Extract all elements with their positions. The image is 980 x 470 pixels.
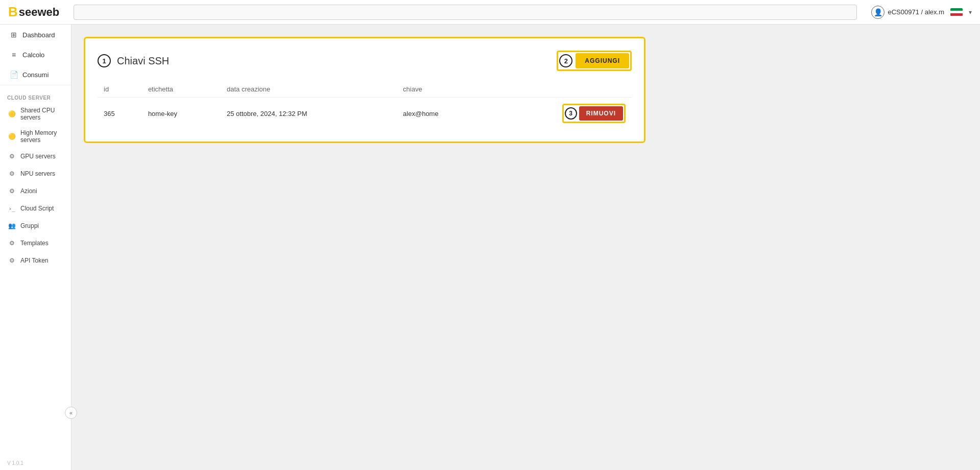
sidebar-item-templates[interactable]: ⚙ Templates bbox=[0, 235, 71, 251]
shared-cpu-icon: 🟡 bbox=[7, 109, 16, 119]
col-etichetta: etichetta bbox=[142, 81, 221, 98]
high-memory-icon: 🟡 bbox=[7, 132, 16, 141]
table-row: 365 home-key 25 ottobre, 2024, 12:32 PM … bbox=[98, 98, 632, 130]
ssh-panel: 1 Chiavi SSH 2 AGGIUNGI id etichetta dat… bbox=[84, 37, 646, 143]
sidebar-item-label: Gruppi bbox=[20, 222, 39, 229]
remove-key-button-wrapper: 3 RIMUOVI bbox=[562, 104, 626, 123]
language-flag[interactable] bbox=[950, 8, 963, 16]
sidebar-version: V 1.0.1 bbox=[7, 460, 23, 466]
add-key-button[interactable]: AGGIUNGI bbox=[576, 53, 629, 68]
main-layout: CLOUD SERVER 🟡 Shared CPU servers 🟡 High… bbox=[0, 25, 980, 470]
sidebar-item-label: High Memory servers bbox=[20, 129, 64, 144]
cell-id: 365 bbox=[98, 98, 142, 130]
col-chiave: chiave bbox=[397, 81, 488, 98]
ssh-title-row: 1 Chiavi SSH bbox=[98, 54, 169, 67]
ssh-panel-header: 1 Chiavi SSH 2 AGGIUNGI bbox=[98, 51, 632, 71]
dashboard-icon: ⊞ bbox=[9, 30, 18, 39]
sidebar-item-label: Shared CPU servers bbox=[20, 107, 64, 121]
content-area: 1 Chiavi SSH 2 AGGIUNGI id etichetta dat… bbox=[71, 25, 980, 470]
sidebar-item-label: API Token bbox=[20, 257, 48, 264]
sidebar-nav-label: Calcolo bbox=[22, 51, 44, 59]
ssh-panel-title: Chiavi SSH bbox=[117, 55, 169, 67]
sidebar-collapse-button[interactable]: « bbox=[65, 407, 77, 419]
annotation-badge-1: 1 bbox=[98, 54, 111, 67]
sidebar-item-dashboard[interactable]: ⊞ Dashboard bbox=[2, 25, 69, 44]
sidebar: CLOUD SERVER 🟡 Shared CPU servers 🟡 High… bbox=[0, 25, 71, 470]
topbar-right: 👤 eCS00971 / alex.m ▾ bbox=[871, 6, 972, 19]
sidebar-nav-label: Consumi bbox=[22, 71, 49, 79]
flag-dropdown-icon[interactable]: ▾ bbox=[969, 9, 972, 16]
ssh-keys-table: id etichetta data creazione chiave 365 h… bbox=[98, 81, 632, 129]
sidebar-item-shared-cpu[interactable]: 🟡 Shared CPU servers bbox=[0, 103, 71, 125]
collapse-icon: « bbox=[69, 410, 73, 416]
sidebar-item-azioni[interactable]: ⚙ Azioni bbox=[0, 183, 71, 199]
consumi-icon: 📄 bbox=[9, 70, 18, 79]
sidebar-section-label: CLOUD SERVER bbox=[0, 91, 71, 103]
gpu-icon: ⚙ bbox=[7, 152, 16, 161]
npu-icon: ⚙ bbox=[7, 169, 16, 178]
search-input[interactable] bbox=[74, 5, 857, 20]
gruppi-icon: 👥 bbox=[7, 221, 16, 230]
cell-etichetta: home-key bbox=[142, 98, 221, 130]
sidebar-nav-label: Dashboard bbox=[22, 31, 55, 39]
sidebar-item-api-token[interactable]: ⚙ API Token bbox=[0, 252, 71, 269]
sidebar-item-label: Cloud Script bbox=[20, 205, 54, 212]
sidebar-item-label: Templates bbox=[20, 240, 49, 247]
remove-key-button[interactable]: RIMUOVI bbox=[579, 106, 623, 121]
azioni-icon: ⚙ bbox=[7, 186, 16, 196]
col-data-creazione: data creazione bbox=[221, 81, 397, 98]
username-label: eCS00971 / alex.m bbox=[888, 8, 944, 16]
user-menu[interactable]: 👤 eCS00971 / alex.m bbox=[871, 6, 944, 19]
sidebar-item-calcolo[interactable]: ≡ Calcolo bbox=[2, 45, 69, 64]
templates-icon: ⚙ bbox=[7, 239, 16, 248]
sidebar-item-cloud-script[interactable]: ›_ Cloud Script bbox=[0, 200, 71, 217]
logo: Bseeweb bbox=[8, 4, 59, 20]
sidebar-item-label: GPU servers bbox=[20, 153, 56, 160]
cloud-script-icon: ›_ bbox=[7, 204, 16, 213]
cell-actions: 3 RIMUOVI bbox=[488, 98, 632, 130]
sidebar-item-gpu-servers[interactable]: ⚙ GPU servers bbox=[0, 148, 71, 165]
cell-data-creazione: 25 ottobre, 2024, 12:32 PM bbox=[221, 98, 397, 130]
sidebar-item-npu-servers[interactable]: ⚙ NPU servers bbox=[0, 166, 71, 182]
annotation-badge-2: 2 bbox=[559, 54, 572, 67]
sidebar-item-consumi[interactable]: 📄 Consumi bbox=[2, 65, 69, 84]
calcolo-icon: ≡ bbox=[9, 50, 18, 59]
sidebar-item-high-memory[interactable]: 🟡 High Memory servers bbox=[0, 126, 71, 147]
cell-chiave: alex@home bbox=[397, 98, 488, 130]
col-actions bbox=[488, 81, 632, 98]
topbar: Bseeweb 👤 eCS00971 / alex.m ▾ bbox=[0, 0, 980, 25]
col-id: id bbox=[98, 81, 142, 98]
annotation-badge-3: 3 bbox=[565, 107, 577, 120]
sidebar-item-label: NPU servers bbox=[20, 170, 55, 177]
api-token-icon: ⚙ bbox=[7, 256, 16, 265]
sidebar-item-gruppi[interactable]: 👥 Gruppi bbox=[0, 218, 71, 234]
sidebar-item-label: Azioni bbox=[20, 187, 37, 195]
add-key-button-wrapper: 2 AGGIUNGI bbox=[557, 51, 632, 71]
user-avatar-icon: 👤 bbox=[871, 6, 885, 19]
